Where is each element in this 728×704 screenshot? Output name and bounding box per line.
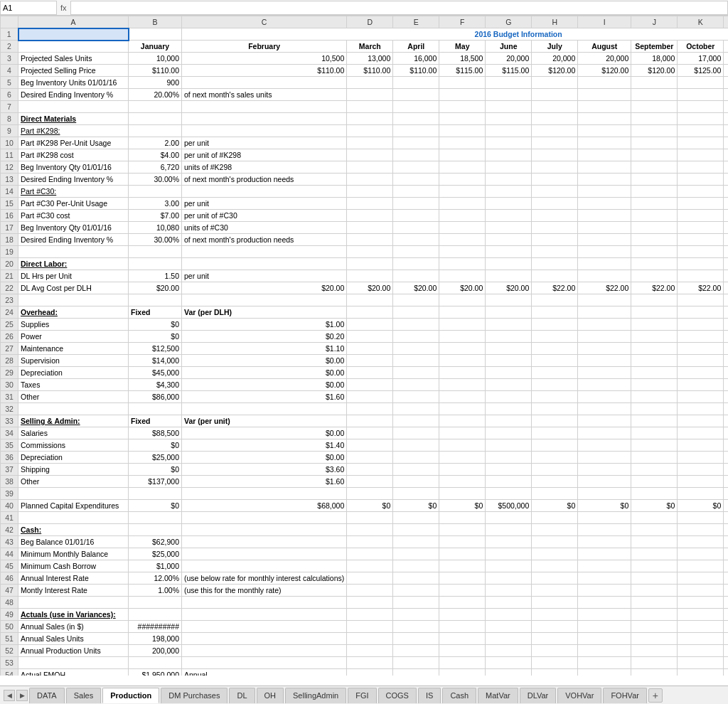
cell-L40[interactable]: $0 (724, 500, 728, 512)
cell-A52[interactable]: Annual Production Units (18, 645, 129, 657)
tab-OH[interactable]: OH (257, 688, 284, 703)
tab-VOHVar[interactable]: VOHVar (557, 688, 601, 703)
cell-C15[interactable]: per unit (182, 198, 347, 210)
cell-H4[interactable]: $120.00 (532, 65, 578, 77)
cell-I22[interactable]: $22.00 (578, 282, 631, 294)
cell-C16[interactable]: per unit of #C30 (182, 210, 347, 222)
cell-I6[interactable] (578, 89, 631, 101)
cell-A31[interactable]: Other (18, 391, 129, 403)
cell-A27[interactable]: Maintenance (18, 343, 129, 355)
tab-DLVar[interactable]: DLVar (520, 688, 557, 703)
cell-B15[interactable]: 3.00 (129, 198, 182, 210)
cell-B17[interactable]: 10,080 (129, 222, 182, 234)
cell-A38[interactable]: Other (18, 476, 129, 488)
cell-C6[interactable]: of next month's sales units (182, 89, 347, 101)
cell-D6[interactable] (347, 89, 393, 101)
cell-A11[interactable]: Part #K298 cost (18, 149, 129, 161)
cell-C21[interactable]: per unit (182, 270, 347, 282)
cell-A13[interactable]: Desired Ending Inventory % (18, 174, 129, 186)
cell-B26[interactable]: $0 (129, 331, 182, 343)
cell-B37[interactable]: $0 (129, 464, 182, 476)
cell-A42[interactable]: Cash: (18, 524, 129, 536)
cell-E22[interactable]: $20.00 (393, 282, 439, 294)
cell-A28[interactable]: Supervision (18, 355, 129, 367)
cell-A33[interactable]: Selling & Admin: (18, 415, 129, 427)
cell-B33[interactable]: Fixed (129, 415, 182, 427)
cell-B35[interactable]: $0 (129, 439, 182, 452)
col-header-A[interactable]: A (18, 16, 129, 28)
cell-J40[interactable]: $0 (631, 500, 678, 512)
cell-G3[interactable]: 20,000 (486, 53, 532, 65)
cell-C5[interactable] (182, 77, 347, 89)
cell-A10[interactable]: Part #K298 Per-Unit Usage (18, 137, 129, 149)
cell-C31[interactable]: $1.60 (182, 391, 347, 403)
cell-F40[interactable]: $0 (439, 500, 486, 512)
cell-F4[interactable]: $115.00 (439, 65, 486, 77)
cell-F5[interactable] (439, 77, 486, 89)
cell-C25[interactable]: $1.00 (182, 319, 347, 331)
cell-C38[interactable]: $1.60 (182, 476, 347, 488)
tab-Sales[interactable]: Sales (66, 688, 102, 703)
cell-J22[interactable]: $22.00 (631, 282, 678, 294)
cell-C4[interactable]: $110.00 (182, 65, 347, 77)
col-header-I[interactable]: I (578, 16, 631, 28)
tab-scroll-left[interactable]: ◀ (4, 690, 15, 701)
cell-C47[interactable]: (use this for the monthly rate) (182, 585, 347, 597)
cell-B34[interactable]: $88,500 (129, 427, 182, 439)
cell-A8[interactable]: Direct Materials (18, 113, 129, 125)
cell-D5[interactable] (347, 77, 393, 89)
cell-A51[interactable]: Annual Sales Units (18, 633, 129, 645)
cell-A49[interactable]: Actuals (use in Variances): (18, 609, 129, 621)
cell-C22[interactable]: $20.00 (182, 282, 347, 294)
col-header-D[interactable]: D (347, 16, 393, 28)
cell-A12[interactable]: Beg Inventory Qty 01/01/16 (18, 161, 129, 174)
cell-A14[interactable]: Part #C30: (18, 186, 129, 198)
cell-J6[interactable] (631, 89, 678, 101)
cell-B52[interactable]: 200,000 (129, 645, 182, 657)
cell-C11[interactable]: per unit of #K298 (182, 149, 347, 161)
cell-A20[interactable]: Direct Labor: (18, 258, 129, 270)
cell-B28[interactable]: $14,000 (129, 355, 182, 367)
cell-A6[interactable]: Desired Ending Inventory % (18, 89, 129, 101)
cell-B11[interactable]: $4.00 (129, 149, 182, 161)
cell-A9[interactable]: Part #K298: (18, 125, 129, 137)
col-header-J[interactable]: J (631, 16, 678, 28)
tab-DATA[interactable]: DATA (29, 688, 65, 703)
cell-B43[interactable]: $62,900 (129, 536, 182, 548)
cell-B24[interactable]: Fixed (129, 306, 182, 319)
cell-C37[interactable]: $3.60 (182, 464, 347, 476)
cell-C46[interactable]: (use below rate for monthly interest cal… (182, 572, 347, 585)
cell-A45[interactable]: Minimum Cash Borrow (18, 560, 129, 572)
cell-C18[interactable]: of next month's production needs (182, 234, 347, 246)
cell-E6[interactable] (393, 89, 439, 101)
cell-L5[interactable] (724, 77, 728, 89)
cell-D4[interactable]: $110.00 (347, 65, 393, 77)
cell-H22[interactable]: $22.00 (532, 282, 578, 294)
cell-B40[interactable]: $0 (129, 500, 182, 512)
cell-I40[interactable]: $0 (578, 500, 631, 512)
cell-K40[interactable]: $0 (678, 500, 724, 512)
cell-A17[interactable]: Beg Inventory Qty 01/01/16 (18, 222, 129, 234)
cell-K3[interactable]: 17,000 (678, 53, 724, 65)
cell-C12[interactable]: units of #K298 (182, 161, 347, 174)
tab-FOHVar[interactable]: FOHVar (603, 688, 647, 703)
cell-K5[interactable] (678, 77, 724, 89)
cell-B51[interactable]: 198,000 (129, 633, 182, 645)
tab-MatVar[interactable]: MatVar (478, 688, 518, 703)
cell-J5[interactable] (631, 77, 678, 89)
col-header-B[interactable]: B (129, 16, 182, 28)
cell-B16[interactable]: $7.00 (129, 210, 182, 222)
cell-A25[interactable]: Supplies (18, 319, 129, 331)
cell-B22[interactable]: $20.00 (129, 282, 182, 294)
cell-F22[interactable]: $20.00 (439, 282, 486, 294)
cell-K22[interactable]: $22.00 (678, 282, 724, 294)
cell-B47[interactable]: 1.00% (129, 585, 182, 597)
cell-A54[interactable]: Actual FMOH (18, 669, 129, 676)
cell-I4[interactable]: $120.00 (578, 65, 631, 77)
cell-G4[interactable]: $115.00 (486, 65, 532, 77)
cell-A50[interactable]: Annual Sales (in $) (18, 621, 129, 633)
cell-C40[interactable]: $68,000 (182, 500, 347, 512)
cell-C3[interactable]: 10,500 (182, 53, 347, 65)
cell-G40[interactable]: $500,000 (486, 500, 532, 512)
col-header-K[interactable]: K (678, 16, 724, 28)
